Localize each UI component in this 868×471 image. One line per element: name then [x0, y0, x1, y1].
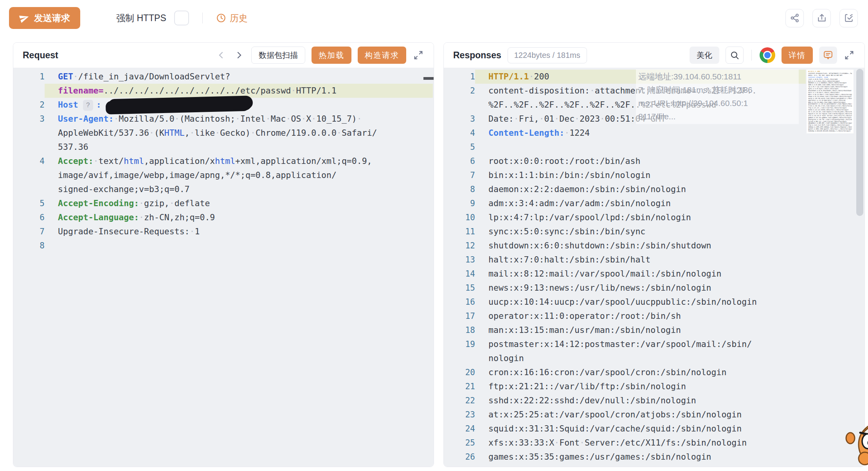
code-line[interactable]: 16uucp:x:10:14:uucp:/var/spool/uucppubli…	[444, 295, 864, 309]
line-number	[13, 140, 45, 154]
code-line[interactable]: 5	[444, 140, 864, 154]
code-line[interactable]: 4Accept:·text/html,application/xhtml+xml…	[13, 154, 434, 168]
code-line[interactable]: 27postgres:x:70:70::/var/lib/postgresql:…	[444, 464, 864, 467]
response-minimap[interactable]: HTTP/1.1 200content-disposition: attachm…	[807, 70, 854, 133]
code-line[interactable]: 6root:x:0:0:root:/root:/bin/ash	[444, 154, 864, 168]
code-line[interactable]: 20cron:x:16:16:cron:/var/spool/cron:/sbi…	[444, 365, 864, 379]
whitespace-dot: ·	[190, 227, 195, 236]
code-line[interactable]: 1GET·/file_in_java/DownloadServlet?	[13, 70, 434, 84]
code-token: ftp:x:21:21::/var/lib/ftp:/sbin/nologin	[488, 381, 686, 391]
code-token: html	[215, 156, 235, 166]
line-number: 16	[444, 295, 475, 309]
code-token: HTML	[164, 128, 185, 138]
code-line[interactable]: 12shutdown:x:6:0:shutdown:/sbin:/sbin/sh…	[444, 239, 864, 253]
code-line[interactable]: 18man:x:13:15:man:/usr/man:/sbin/nologin	[444, 323, 864, 337]
code-line[interactable]: 8	[13, 239, 434, 253]
code-line[interactable]: 2Host?:	[13, 98, 434, 112]
code-token: User-Agent:	[58, 114, 113, 124]
code-line[interactable]: 11sync:x:5:0:sync:/sbin:/bin/sync	[444, 225, 864, 239]
chrome-icon[interactable]	[760, 47, 775, 63]
code-line-text: uucp:x:10:14:uucp:/var/spool/uucppublic:…	[475, 295, 806, 309]
request-expand-icon[interactable]	[412, 48, 424, 62]
code-token: :	[96, 100, 101, 110]
packet-scan-button[interactable]: 数据包扫描	[251, 47, 305, 64]
request-editor[interactable]: 1GET·/file_in_java/DownloadServlet?filen…	[13, 68, 434, 467]
request-panel-header: Request 数据包扫描 热加载 构造请求	[13, 43, 434, 68]
code-line[interactable]: 8daemon:x:2:2:daemon:/sbin:/sbin/nologin	[444, 182, 864, 196]
code-line[interactable]: 3User-Agent:·Mozilla/5.0·(Macintosh;·Int…	[13, 112, 434, 126]
code-line[interactable]: 9adm:x:3:4:adm:/var/adm:/sbin/nologin	[444, 196, 864, 210]
code-token: root:x:0:0:root:/root:/bin/ash	[488, 156, 640, 166]
construct-request-button[interactable]: 构造请求	[358, 47, 406, 64]
code-line-text: nologin	[475, 351, 806, 365]
code-line[interactable]: image/avif,image/webp,image/apng,*/*;q=0…	[13, 168, 434, 182]
code-line[interactable]: 537.36	[13, 140, 434, 154]
response-editor[interactable]: 远端地址:39.104.60.50:18117; 响应时间:181ms; 总耗时…	[444, 68, 864, 467]
code-line[interactable]: 22sshd:x:22:22:sshd:/dev/null:/sbin/nolo…	[444, 394, 864, 408]
detail-button[interactable]: 详情	[782, 47, 813, 64]
code-token: sync:x:5:0:sync:/sbin:/bin/sync	[488, 227, 645, 236]
code-line[interactable]: 13halt:x:7:0:halt:/sbin:/sbin/halt	[444, 253, 864, 267]
code-line-text: mail:x:8:12:mail:/var/spool/mail:/sbin/n…	[475, 267, 806, 281]
send-request-button[interactable]: 发送请求	[9, 7, 80, 29]
top-toolbar: 发送请求 强制 HTTPS 历史	[9, 6, 858, 30]
history-button[interactable]: 历史	[216, 12, 248, 24]
code-line[interactable]: 10lp:x:4:7:lp:/var/spool/lpd:/sbin/nolog…	[444, 210, 864, 225]
code-line[interactable]: 25xfs:x:33:33:X·Font·Server:/etc/X11/fs:…	[444, 436, 864, 450]
whitespace-dot: ·	[554, 114, 559, 124]
share-button[interactable]	[785, 9, 804, 27]
mascot-fox[interactable]	[845, 420, 868, 468]
search-button[interactable]	[726, 47, 744, 64]
code-line-text: GET·/file_in_java/DownloadServlet?	[45, 70, 433, 84]
code-line[interactable]: signed-exchange;v=b3;q=0.7	[13, 182, 434, 196]
request-scrollbar-thumb[interactable]	[423, 77, 434, 80]
code-line[interactable]: 19postmaster:x:14:12:postmaster:/var/spo…	[444, 337, 864, 351]
hot-reload-button[interactable]: 热加载	[312, 47, 351, 64]
response-panel: Responses 1224bytes / 181ms 美化 详情	[443, 42, 865, 467]
history-label: 历史	[230, 12, 248, 24]
response-scrollbar-thumb[interactable]	[856, 69, 863, 216]
code-token: postgres:x:70:70::/var/lib/postgresql:/b…	[488, 466, 716, 467]
question-badge-icon[interactable]: ?	[83, 100, 93, 111]
prev-request-button[interactable]	[215, 48, 227, 62]
code-line-text: sync:x:5:0:sync:/sbin:/bin/sync	[475, 225, 806, 239]
code-line[interactable]: 17operator:x:11:0:operator:/root:/bin/sh	[444, 309, 864, 323]
line-number: 14	[444, 267, 475, 281]
code-line-text: halt:x:7:0:halt:/sbin:/sbin/halt	[475, 253, 806, 267]
overlay-info-line: 远端地址:39.104.60.50:1811	[638, 70, 796, 83]
code-line[interactable]: 6Accept-Language:·zh-CN,zh;q=0.9	[13, 210, 434, 225]
line-number: 15	[444, 281, 475, 295]
code-line[interactable]: 24squid:x:31:31:Squid:/var/cache/squid:/…	[444, 422, 864, 436]
code-token: Upgrade-Insecure-Requests:·1	[58, 227, 200, 236]
code-line[interactable]: 7bin:x:1:1:bin:/bin:/sbin/nologin	[444, 168, 864, 182]
import-button[interactable]	[839, 9, 858, 27]
code-line[interactable]: 26games:x:35:35:games:/usr/games:/sbin/n…	[444, 450, 864, 464]
line-number: 4	[13, 154, 45, 168]
import-icon	[844, 13, 854, 23]
comment-button[interactable]	[819, 47, 837, 64]
code-line[interactable]: AppleWebKit/537.36·(KHTML,·like·Gecko)·C…	[13, 126, 434, 140]
code-line[interactable]: 5Accept-Encoding:·gzip,·deflate	[13, 196, 434, 210]
export-button[interactable]	[812, 9, 831, 27]
code-line[interactable]: 23at:x:25:25:at:/var/spool/cron/atjobs:/…	[444, 408, 864, 422]
force-https-checkbox[interactable]	[174, 11, 189, 25]
code-line[interactable]: 21ftp:x:21:21::/var/lib/ftp:/sbin/nologi…	[444, 379, 864, 394]
line-number	[13, 126, 45, 140]
code-token: at:x:25:25:at:/var/spool/cron/atjobs:/sb…	[488, 410, 742, 419]
code-line-text: at:x:25:25:at:/var/spool/cron/atjobs:/sb…	[475, 408, 806, 422]
code-line[interactable]: 15news:x:9:13:news:/usr/lib/news:/sbin/n…	[444, 281, 864, 295]
code-line[interactable]: 4Content-Length:·1224	[444, 126, 864, 140]
code-line[interactable]: nologin	[444, 351, 864, 365]
line-number: 2	[13, 98, 45, 112]
code-line[interactable]: 14mail:x:8:12:mail:/var/spool/mail:/sbin…	[444, 267, 864, 281]
beautify-button[interactable]: 美化	[690, 47, 719, 64]
code-line[interactable]: filename=../../../../../../../../../etc/…	[13, 84, 434, 98]
line-number: 9	[444, 196, 475, 210]
code-line[interactable]: 7Upgrade-Insecure-Requests:·1	[13, 225, 434, 239]
response-expand-icon[interactable]	[843, 48, 855, 62]
paper-plane-icon	[19, 13, 29, 23]
code-token: ·Mozilla/5.0·(Macintosh;·Intel·Mac·OS·X·…	[113, 114, 362, 124]
next-request-button[interactable]	[233, 48, 245, 62]
line-number: 2	[444, 84, 475, 98]
code-line-text: postmaster:x:14:12:postmaster:/var/spool…	[475, 337, 806, 351]
